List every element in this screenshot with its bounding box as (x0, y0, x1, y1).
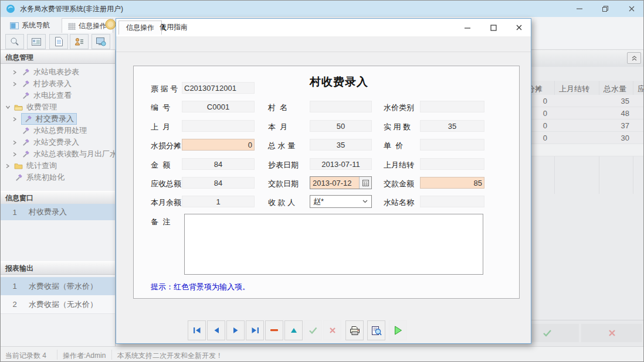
bg-column-header[interactable]: 应 (638, 84, 644, 94)
tab-system-navigation[interactable]: 系统导航 (4, 18, 56, 33)
nav-delete-button[interactable] (265, 320, 283, 340)
this-month-field[interactable] (310, 120, 372, 132)
payee-value: 赵* (313, 196, 324, 207)
payee-combobox[interactable]: 赵* (310, 195, 372, 208)
unit-price-field[interactable] (420, 139, 484, 151)
field-label: 本 月 (268, 122, 287, 132)
window-title: 水务局水费管理系统(非注册用户) (20, 4, 123, 14)
expand-chevron-icon (12, 70, 17, 75)
field-label: 抄表日期 (268, 160, 299, 170)
field-label: 本月余额 (151, 197, 181, 208)
sidebar-item-village-payment-entry[interactable]: 村交费录入 (12, 113, 76, 125)
village-name-field[interactable] (310, 101, 372, 112)
collapse-panel-button[interactable] (627, 52, 641, 64)
chevron-down-icon (362, 200, 368, 203)
nav-edit-button[interactable] (284, 320, 303, 340)
window-minimize-button[interactable] (567, 1, 592, 17)
status-message: 本系统支持二次开发和全新开发！ (117, 351, 223, 361)
tool-icon (15, 174, 22, 182)
record-count: 当前记录数 4 (5, 351, 46, 361)
sidebar-item-fee-management[interactable]: 收费管理 (5, 101, 57, 113)
monitor-icon[interactable] (91, 34, 110, 49)
print-button[interactable] (345, 320, 364, 340)
amount-field[interactable] (182, 158, 255, 170)
section-header-info-window: 信息窗口 (1, 191, 115, 204)
field-label: 水损分摊 (151, 141, 181, 151)
dialog-close-button[interactable] (507, 19, 531, 36)
receivable-total-field[interactable] (182, 177, 255, 189)
field-label: 交款金额 (384, 179, 414, 189)
sidebar-item-station-meter-reading[interactable]: 水站电表抄表 (12, 66, 79, 78)
dialog-maximize-button[interactable] (481, 19, 506, 36)
tool-icon (22, 80, 29, 88)
reading-date-field[interactable] (310, 158, 372, 170)
payment-amount-field[interactable] (420, 177, 484, 189)
payment-date-field[interactable] (310, 176, 372, 189)
sidebar-item-station-payment-entry[interactable]: 水站交费录入 (12, 136, 79, 148)
field-label: 水站名称 (384, 197, 414, 208)
sidebar-item-statistics-query[interactable]: 统计查询 (5, 160, 57, 172)
nav-post-button[interactable] (304, 320, 322, 340)
remark-textarea[interactable] (184, 214, 483, 275)
collapse-chevron-icon (5, 105, 11, 110)
loss-share-field[interactable] (182, 139, 255, 151)
dialog-minimize-button[interactable] (455, 19, 480, 36)
actual-usage-field[interactable] (420, 120, 484, 132)
tab-label: 信息操作 (79, 21, 107, 31)
field-label: 交款日期 (268, 179, 299, 189)
bg-cancel-button[interactable] (581, 324, 642, 342)
last-month-field[interactable] (182, 120, 255, 132)
payment-date-input[interactable] (310, 177, 359, 189)
month-balance-field[interactable] (182, 196, 255, 207)
bg-column-header[interactable]: 上月结转 (559, 84, 589, 94)
station-name-field[interactable] (420, 196, 484, 207)
field-label: 水价类别 (384, 103, 414, 113)
operator-label: 操作者:Admin (63, 351, 106, 361)
sidebar-item-system-init[interactable]: 系统初始化 (15, 172, 65, 183)
nav-last-button[interactable] (246, 320, 264, 340)
price-type-field[interactable] (420, 101, 484, 112)
user-task-icon[interactable] (70, 34, 89, 49)
receipt-no-field[interactable] (182, 82, 255, 94)
field-label: 上 月 (151, 122, 170, 132)
expand-chevron-icon (12, 81, 17, 87)
field-label: 实 用 数 (384, 122, 411, 132)
section-header-info-management: 信息管理 (1, 50, 115, 64)
code-field[interactable] (182, 101, 255, 112)
field-label: 上月结转 (384, 160, 414, 170)
total-water-field[interactable] (310, 139, 372, 151)
print-preview-button[interactable] (367, 320, 385, 340)
execute-button[interactable] (389, 320, 407, 340)
field-label: 编 号 (151, 103, 170, 113)
sidebar-item-water-electricity-ratio[interactable]: 水电比查看 (22, 90, 72, 101)
window-restore-button[interactable] (592, 1, 618, 17)
search-icon[interactable] (5, 34, 24, 49)
folder-open-icon (14, 104, 23, 111)
report-item[interactable]: 2 水费收据（无水价） (1, 295, 116, 314)
section-header-report-output: 报表输出 (1, 261, 115, 275)
help-badge-icon[interactable] (105, 19, 116, 30)
tool-icon (24, 115, 32, 123)
form-heading: 村收费录入 (292, 74, 386, 90)
statusbar: 当前记录数 4 操作者:Admin 本系统支持二次开发和全新开发！ (1, 346, 644, 362)
village-fee-entry-dialog: 村收费录入 信息操作 使用指南 村收费录入 票 据 号 编 号 村 名 水价类别… (116, 18, 531, 344)
bg-column-header[interactable]: 总水量 (604, 84, 626, 94)
window-close-button[interactable] (619, 1, 644, 17)
nav-first-button[interactable] (188, 320, 206, 340)
nav-cancel-button[interactable] (323, 320, 341, 340)
info-window-item[interactable]: 1 村收费录入 (1, 204, 116, 220)
dialog-tab-user-guide[interactable]: 使用指南 (152, 21, 195, 34)
expand-chevron-icon (12, 117, 17, 122)
document-icon[interactable] (49, 34, 68, 49)
contact-card-icon[interactable] (27, 34, 46, 49)
sidebar-item-station-master-meter[interactable]: 水站总表读数与月出厂水 (12, 148, 116, 160)
report-item[interactable]: 1 水费收据（带水价） (1, 277, 116, 295)
nav-prior-button[interactable] (207, 320, 225, 340)
carryover-field[interactable] (420, 158, 484, 170)
grid-icon (68, 23, 76, 30)
calendar-dropdown-icon[interactable] (359, 177, 371, 189)
nav-next-button[interactable] (226, 320, 245, 340)
field-label: 票 据 号 (151, 84, 178, 94)
sidebar-item-village-meter-entry[interactable]: 村抄表录入 (12, 78, 72, 90)
sidebar-item-station-total-fee[interactable]: 水站总费用处理 (22, 125, 87, 136)
